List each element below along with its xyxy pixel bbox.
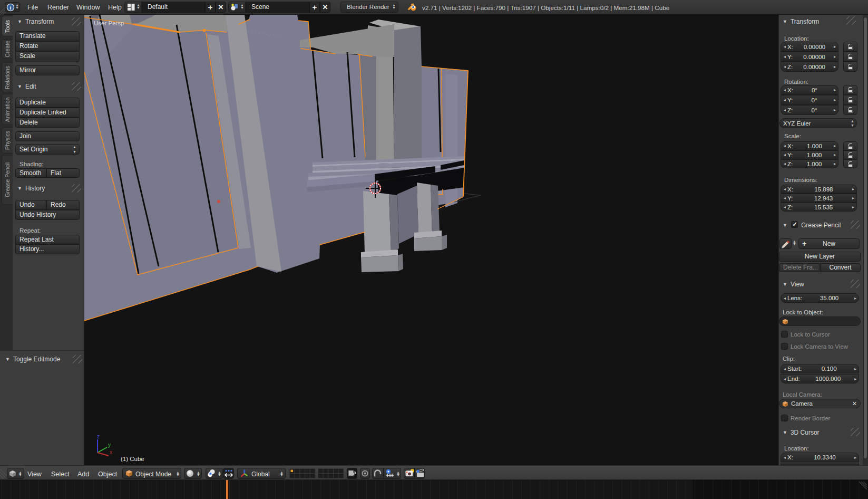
svg-text:x: x <box>110 449 112 455</box>
svg-text:z: z <box>97 434 100 439</box>
svg-text:(1) Cube: (1) Cube <box>121 456 144 462</box>
svg-text:i: i <box>10 5 12 11</box>
svg-text:User Persp: User Persp <box>94 20 124 26</box>
svg-text:y: y <box>108 442 111 448</box>
